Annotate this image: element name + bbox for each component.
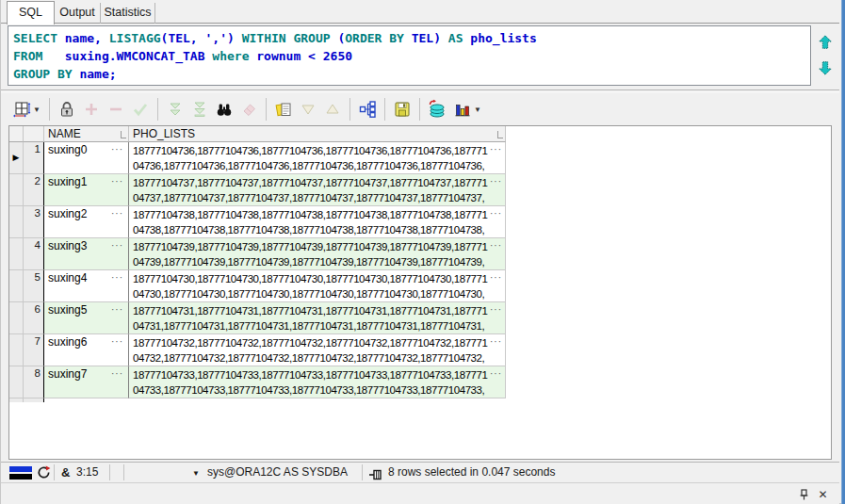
grid-row[interactable]: 7suxing6···18777104732,18777104732,18777… — [9, 334, 506, 366]
cell-ellipsis-button[interactable]: ··· — [110, 271, 126, 301]
grid-row[interactable]: ▶1suxing0···18777104736,18777104736,1877… — [9, 142, 506, 174]
row-number-cell[interactable]: 6 — [24, 302, 44, 334]
tab-output[interactable]: Output — [55, 3, 101, 24]
cell-ellipsis-button[interactable]: ··· — [489, 143, 505, 158]
row-marker-cell — [9, 270, 24, 302]
name-cell[interactable]: suxing7··· — [44, 366, 129, 398]
bar-chart-icon — [453, 100, 472, 119]
scroll-down-button[interactable] — [814, 58, 837, 77]
export-sheet-icon — [274, 100, 293, 119]
pho-lists-cell[interactable]: 18777104733,18777104733,18777104733,1877… — [129, 366, 506, 398]
cell-ellipsis-button[interactable]: ··· — [110, 335, 126, 366]
pho-lists-cell[interactable]: 18777104738,18777104738,18777104738,1877… — [129, 206, 506, 238]
lock-button[interactable] — [55, 97, 79, 122]
cell-ellipsis-button[interactable]: ··· — [489, 367, 505, 382]
grid-row[interactable]: 3suxing2···18777104738,18777104738,18777… — [9, 206, 506, 238]
pho-lists-cell[interactable]: 18777104739,18777104739,18777104739,1877… — [129, 238, 506, 270]
sql-code-line: GROUP BY name; — [13, 65, 805, 83]
cell-ellipsis-button[interactable]: ··· — [489, 303, 505, 318]
fetch-next-page-button[interactable] — [163, 97, 187, 122]
sql-editor[interactable]: SELECT name, LISTAGG(TEL, ',') WITHIN GR… — [8, 25, 811, 86]
row-number-cell[interactable]: 2 — [24, 174, 44, 206]
cell-ellipsis-button[interactable]: ··· — [489, 271, 505, 286]
toolbar-separator — [266, 98, 267, 121]
column-grip-icon[interactable] — [497, 131, 503, 138]
tab-sql[interactable]: SQL — [7, 1, 55, 24]
row-number-cell[interactable]: 5 — [24, 270, 44, 302]
close-panel-button[interactable]: ✕ — [816, 487, 830, 501]
add-row-button[interactable] — [79, 97, 104, 122]
bottom-dockbar: ✕ — [1, 482, 839, 504]
pho-lists-cell[interactable]: 18777104730,18777104730,18777104730,1877… — [129, 270, 506, 302]
row-number-cell[interactable]: 4 — [24, 238, 44, 270]
plus-icon — [82, 100, 101, 119]
cell-ellipsis-button[interactable]: ··· — [110, 175, 126, 205]
manage-grid-button[interactable] — [355, 97, 380, 122]
cell-ellipsis-button[interactable]: ··· — [489, 207, 505, 222]
row-marker-cell: ▶ — [9, 142, 24, 174]
grid-options-button[interactable]: ▼ — [8, 97, 44, 122]
row-marker-cell — [9, 366, 24, 398]
chart-button[interactable]: ▼ — [449, 97, 485, 122]
row-number-cell[interactable]: 7 — [24, 334, 44, 366]
refresh-data-button[interactable] — [425, 97, 449, 122]
name-cell[interactable]: suxing6··· — [44, 334, 129, 366]
grid-row[interactable]: 2suxing1···18777104737,18777104737,18777… — [9, 174, 506, 206]
save-button[interactable] — [390, 97, 414, 122]
pho-lists-cell[interactable]: 18777104731,18777104731,18777104731,1877… — [129, 302, 506, 334]
cell-ellipsis-button[interactable]: ··· — [110, 367, 126, 398]
sort-ascending-button[interactable] — [320, 97, 345, 122]
pho-lists-cell[interactable]: 18777104737,18777104737,18777104737,1877… — [129, 174, 506, 206]
pho-lists-cell[interactable]: 18777104736,18777104736,18777104736,1877… — [129, 142, 506, 174]
floppy-save-icon — [393, 100, 412, 119]
refresh-database-icon — [427, 99, 447, 120]
sql-tool-window: SQL Output Statistics SELECT name, LISTA… — [0, 0, 845, 504]
row-number-column-header[interactable] — [24, 126, 44, 142]
name-cell[interactable]: suxing1··· — [44, 174, 129, 206]
row-number-cell[interactable]: 8 — [24, 366, 44, 398]
close-icon: ✕ — [818, 488, 827, 501]
name-cell[interactable]: suxing5··· — [44, 302, 129, 334]
pin-panel-button[interactable] — [797, 487, 811, 501]
row-number-cell[interactable]: 1 — [24, 142, 44, 174]
name-cell[interactable]: suxing4··· — [44, 270, 129, 302]
column-grip-icon[interactable] — [121, 131, 126, 138]
export-data-button[interactable] — [271, 97, 296, 122]
connection-label[interactable]: sys@ORA12C AS SYSDBA — [207, 463, 348, 483]
connection-dropdown-icon[interactable]: ▼ — [192, 463, 200, 484]
statusbar-separator — [362, 464, 363, 480]
grid-toolbar: ▼ — [1, 93, 839, 125]
cell-ellipsis-button[interactable]: ··· — [110, 143, 126, 173]
sort-descending-button[interactable] — [296, 97, 320, 122]
cell-ellipsis-button[interactable]: ··· — [489, 239, 505, 254]
statusbar-separator — [54, 464, 55, 480]
scroll-up-button[interactable] — [814, 33, 837, 52]
name-cell[interactable]: suxing3··· — [44, 238, 129, 270]
tab-statistics[interactable]: Statistics — [101, 3, 155, 24]
find-button[interactable] — [212, 97, 236, 122]
name-cell[interactable]: suxing0··· — [44, 142, 129, 174]
timer-label: 3:15 — [76, 463, 98, 483]
cell-ellipsis-button[interactable]: ··· — [110, 239, 126, 269]
cell-ellipsis-button[interactable]: ··· — [110, 207, 126, 237]
erase-button[interactable] — [236, 97, 261, 122]
grid-row[interactable]: 8suxing7···18777104733,18777104733,18777… — [9, 366, 506, 398]
cell-ellipsis-button[interactable]: ··· — [489, 335, 505, 350]
check-icon — [131, 100, 150, 119]
cell-ellipsis-button[interactable]: ··· — [110, 303, 126, 333]
grid-row[interactable]: 5suxing4···18777104730,18777104730,18777… — [9, 270, 506, 302]
name-column-header[interactable]: NAME — [44, 126, 129, 142]
delete-row-button[interactable] — [104, 97, 128, 122]
fetch-last-page-button[interactable] — [187, 97, 212, 122]
cell-ellipsis-button[interactable]: ··· — [489, 175, 505, 190]
marker-column-header[interactable] — [9, 126, 24, 142]
result-tabbar: SQL Output Statistics — [1, 0, 839, 24]
pho-lists-column-header[interactable]: PHO_LISTS — [129, 126, 506, 142]
row-number-cell[interactable]: 3 — [24, 206, 44, 238]
grid-row[interactable]: 4suxing3···18777104739,18777104739,18777… — [9, 238, 506, 270]
post-edit-button[interactable] — [128, 97, 153, 122]
grid-row[interactable]: 6suxing5···18777104731,18777104731,18777… — [9, 302, 506, 334]
grid-header-row: NAME PHO_LISTS — [9, 126, 506, 142]
pho-lists-cell[interactable]: 18777104732,18777104732,18777104732,1877… — [129, 334, 506, 366]
name-cell[interactable]: suxing2··· — [44, 206, 129, 238]
